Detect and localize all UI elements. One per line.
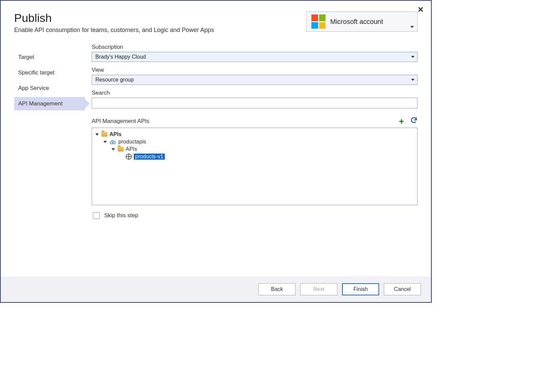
account-selector[interactable]: Microsoft account [306, 11, 418, 32]
chevron-down-icon [411, 56, 415, 58]
tree-node-label: productapis [118, 139, 146, 145]
apis-header: API Management APIs + [92, 117, 418, 126]
folder-icon [101, 132, 108, 137]
skip-this-step-row[interactable]: Skip this step [92, 211, 418, 220]
subscription-value: Brady's Happy Cloud [95, 54, 146, 60]
tree-node-apis-sub[interactable]: APIs [95, 145, 414, 153]
sidebar-item-label: Specific target [18, 69, 55, 76]
page-subtitle: Enable API consumption for teams, custom… [14, 27, 306, 34]
tree-node-productapis[interactable]: productapis [95, 138, 414, 145]
tree-node-label: APIs [126, 146, 137, 152]
tree-node-label: APIs [110, 131, 122, 137]
subscription-select[interactable]: Brady's Happy Cloud [92, 52, 418, 62]
close-icon[interactable]: ✕ [418, 6, 424, 13]
skip-checkbox[interactable] [93, 212, 100, 219]
sidebar-item-label: API Management [18, 100, 62, 107]
apis-list-label: API Management APIs [92, 118, 149, 125]
form-area: Subscription Brady's Happy Cloud View Re… [85, 44, 418, 273]
header-row: Publish Enable API consumption for teams… [14, 11, 418, 41]
sidebar-item-app-service[interactable]: App Service [14, 81, 85, 95]
expand-toggle-icon[interactable] [112, 148, 115, 151]
content-area: Publish Enable API consumption for teams… [1, 1, 431, 276]
view-value: Resource group [95, 77, 134, 83]
sidebar-item-api-management[interactable]: API Management [14, 97, 85, 110]
tree-node-label: products-v1 [134, 154, 165, 160]
api-tree[interactable]: APIs productapis [92, 128, 418, 205]
next-button: Next [300, 283, 337, 295]
cloud-icon [110, 139, 116, 144]
sidebar-item-label: Target [18, 54, 34, 60]
chevron-down-icon [410, 26, 414, 28]
sidebar-item-specific-target[interactable]: Specific target [14, 66, 85, 79]
account-name: Microsoft account [330, 18, 383, 26]
search-input[interactable] [92, 98, 418, 108]
finish-button[interactable]: Finish [342, 283, 379, 295]
main-columns: Target Specific target App Service API M… [14, 44, 418, 273]
sidebar-item-target[interactable]: Target [14, 51, 85, 64]
view-label: View [92, 67, 418, 73]
subscription-label: Subscription [92, 44, 418, 51]
publish-dialog: ✕ Publish Enable API consumption for tea… [0, 0, 432, 303]
search-label: Search [92, 90, 418, 96]
microsoft-logo-icon [311, 14, 326, 29]
expand-toggle-icon[interactable] [103, 141, 107, 143]
sidebar: Target Specific target App Service API M… [14, 44, 85, 273]
skip-label: Skip this step [104, 212, 138, 219]
tree-node-products-v1[interactable]: products-v1 [95, 153, 414, 160]
globe-icon [126, 154, 132, 160]
back-button[interactable]: Back [258, 283, 296, 295]
view-select[interactable]: Resource group [92, 75, 418, 85]
title-block: Publish Enable API consumption for teams… [14, 11, 306, 41]
chevron-down-icon [411, 79, 415, 81]
dialog-footer: Back Next Finish Cancel [1, 276, 431, 302]
page-title: Publish [14, 11, 306, 25]
refresh-icon[interactable] [410, 117, 418, 126]
cancel-button[interactable]: Cancel [384, 283, 421, 295]
sidebar-item-label: App Service [18, 85, 49, 91]
folder-icon [118, 147, 124, 152]
add-api-icon[interactable]: + [399, 117, 404, 126]
tree-node-root[interactable]: APIs [95, 131, 414, 138]
expand-toggle-icon[interactable] [95, 133, 99, 136]
